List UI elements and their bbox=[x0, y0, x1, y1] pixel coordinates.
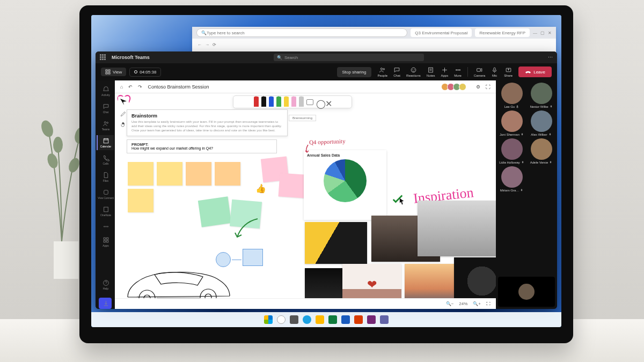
participant[interactable]: Alex Wilber bbox=[528, 110, 555, 136]
participant[interactable]: Joni Sherman bbox=[498, 110, 525, 136]
pie-chart bbox=[324, 159, 367, 202]
sticky-note[interactable] bbox=[198, 196, 231, 227]
q4-arrow-icon bbox=[303, 144, 310, 153]
sidebar-item-more[interactable] bbox=[97, 221, 114, 232]
sidebar-item-activity[interactable]: Activity bbox=[97, 84, 114, 99]
taskbar-taskview-icon[interactable] bbox=[290, 315, 298, 324]
titlebar-more-icon[interactable]: ⋯ bbox=[548, 55, 553, 60]
undo-icon[interactable]: ↶ bbox=[128, 84, 133, 90]
more-button[interactable]: More bbox=[454, 67, 462, 77]
highlighter-grey[interactable] bbox=[299, 97, 304, 107]
car-sketch[interactable] bbox=[122, 261, 235, 298]
pen-red[interactable] bbox=[254, 97, 259, 107]
prompt-card[interactable]: PROMPT: How might we expand our market o… bbox=[127, 139, 277, 153]
image-tile[interactable] bbox=[418, 201, 496, 256]
record-indicator-icon bbox=[134, 70, 137, 73]
fit-screen-icon[interactable]: ⛶ bbox=[486, 301, 491, 306]
nav-back-icon[interactable]: ← bbox=[197, 42, 202, 47]
participant[interactable]: Nestor Wilke bbox=[528, 83, 555, 108]
share-button[interactable]: Share bbox=[504, 67, 513, 77]
sales-chart-card[interactable]: Annual Sales Data bbox=[304, 150, 386, 220]
taskbar-app[interactable] bbox=[380, 315, 389, 324]
zoom-out-icon[interactable]: 🔍− bbox=[446, 301, 454, 306]
sticky-note[interactable] bbox=[186, 162, 211, 186]
nav-refresh-icon[interactable]: ⟳ bbox=[213, 42, 216, 47]
taskbar-app[interactable] bbox=[328, 315, 337, 324]
whiteboard-canvas[interactable]: ◯ ✕ Brainstorm Use this template to easi… bbox=[115, 93, 496, 298]
sticky-note[interactable] bbox=[215, 162, 240, 186]
taskbar-app[interactable] bbox=[316, 315, 324, 324]
people-button[interactable]: People bbox=[377, 67, 387, 77]
teams-search-input[interactable]: 🔍 Search bbox=[274, 54, 424, 61]
grab-tool-icon[interactable] bbox=[120, 120, 127, 127]
mic-button[interactable]: Mic bbox=[491, 67, 498, 77]
sidebar-item-chat[interactable]: Chat bbox=[97, 101, 114, 116]
taskbar-app[interactable] bbox=[354, 315, 363, 324]
taskbar-app[interactable] bbox=[303, 315, 311, 324]
stop-sharing-button[interactable]: Stop sharing bbox=[337, 67, 372, 77]
notes-button[interactable]: Notes bbox=[427, 67, 435, 77]
app-launcher-icon[interactable] bbox=[100, 54, 106, 61]
pen-green[interactable] bbox=[276, 97, 281, 107]
window-min-icon[interactable]: — bbox=[533, 31, 537, 35]
sticky-note[interactable] bbox=[128, 189, 153, 212]
image-tile[interactable] bbox=[454, 257, 496, 298]
window-max-icon[interactable]: ▢ bbox=[540, 31, 545, 35]
taskbar-app[interactable] bbox=[367, 315, 376, 324]
sidebar-item-help[interactable]: Help bbox=[97, 277, 114, 292]
browser-tab-2[interactable]: Renewable Energy RFP bbox=[475, 28, 530, 37]
redo-icon[interactable]: ↷ bbox=[138, 84, 142, 90]
image-tile[interactable]: ❤ bbox=[342, 264, 401, 298]
sidebar-item-apps[interactable]: Apps bbox=[97, 234, 114, 249]
svg-point-17 bbox=[459, 70, 460, 71]
zoom-in-icon[interactable]: 🔍+ bbox=[473, 301, 481, 306]
sidebar-item-download[interactable] bbox=[99, 298, 112, 309]
cursor-tool-icon[interactable] bbox=[120, 99, 127, 105]
sidebar-item-onenote[interactable]: OneNote bbox=[97, 204, 114, 219]
pen-yellow[interactable] bbox=[284, 97, 289, 107]
eraser-tool[interactable] bbox=[306, 99, 313, 105]
flowchart-rect[interactable] bbox=[243, 249, 263, 266]
nav-fwd-icon[interactable]: → bbox=[205, 42, 209, 47]
chat-button[interactable]: Chat bbox=[393, 67, 400, 77]
taskbar-app[interactable] bbox=[341, 315, 350, 324]
pen-tool-icon[interactable] bbox=[120, 109, 127, 116]
leave-button[interactable]: Leave bbox=[518, 67, 552, 77]
participant[interactable]: Miriam Gra… bbox=[498, 166, 525, 192]
sticky-note[interactable] bbox=[279, 173, 306, 198]
self-camera-tile[interactable] bbox=[498, 277, 555, 307]
brainstorm-card[interactable]: Brainstorm Use this template to easily b… bbox=[127, 109, 288, 136]
image-tile[interactable] bbox=[305, 222, 367, 264]
settings-gear-icon[interactable]: ⚙ bbox=[476, 84, 480, 90]
camera-button[interactable]: Camera bbox=[474, 67, 485, 77]
reactions-button[interactable]: Reactions bbox=[406, 67, 421, 77]
participant[interactable]: Lee Gu bbox=[498, 83, 525, 108]
view-button[interactable]: View bbox=[101, 68, 126, 76]
sidebar-item-calls[interactable]: Calls bbox=[97, 152, 114, 167]
window-close-icon[interactable]: ✕ bbox=[548, 31, 552, 35]
teams-sidebar: Activity Chat Teams Calendar Calls Files… bbox=[96, 80, 115, 309]
highlighter-pink[interactable] bbox=[291, 97, 296, 107]
expand-icon[interactable]: ⛶ bbox=[486, 84, 491, 90]
sidebar-item-teams[interactable]: Teams bbox=[97, 118, 114, 133]
sticky-note[interactable] bbox=[128, 162, 153, 186]
start-button[interactable] bbox=[264, 315, 273, 324]
sidebar-item-calendar[interactable]: Calendar bbox=[97, 135, 114, 150]
home-icon[interactable]: ⌂ bbox=[120, 84, 123, 90]
lasso-icon[interactable]: ◯ bbox=[316, 99, 323, 105]
participant[interactable]: Adele Vance bbox=[528, 138, 555, 164]
meeting-toolbar: View 04:05:38 Stop sharing People Chat R… bbox=[96, 63, 557, 80]
sidebar-item-files[interactable]: Files bbox=[97, 169, 114, 184]
browser-tab-1[interactable]: Q3 Environmental Proposal bbox=[411, 28, 472, 37]
apps-button[interactable]: Apps bbox=[441, 67, 448, 77]
tray-close-icon[interactable]: ✕ bbox=[325, 99, 332, 105]
pen-black[interactable] bbox=[261, 97, 266, 107]
sticky-note[interactable] bbox=[157, 162, 182, 186]
presence-avatars[interactable] bbox=[443, 83, 466, 91]
brainstorm-tab[interactable]: Brainstorming bbox=[289, 115, 316, 121]
browser-omnibox[interactable]: 🔍 Type here to search bbox=[196, 28, 407, 37]
sidebar-item-viva[interactable]: Viva Connect bbox=[97, 187, 114, 202]
taskbar-search-icon[interactable] bbox=[277, 315, 286, 324]
pen-blue[interactable] bbox=[269, 97, 274, 107]
participant[interactable]: Lidia Holloway bbox=[498, 138, 525, 164]
